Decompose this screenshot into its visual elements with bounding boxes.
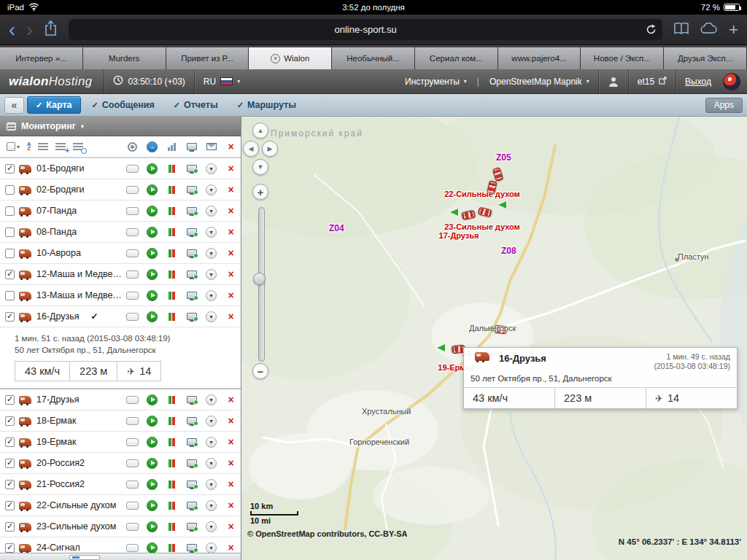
unit-row[interactable]: 18-Ермак ▾ × — [0, 411, 241, 432]
monitor-icon[interactable] — [187, 396, 197, 403]
remove-unit-button[interactable]: × — [228, 163, 233, 174]
unit-menu-button[interactable]: ▾ — [206, 416, 217, 427]
unit-visibility-checkbox[interactable] — [5, 395, 15, 405]
unit-menu-button[interactable]: ▾ — [206, 290, 217, 301]
bottom-panel-button[interactable] — [69, 555, 100, 560]
unit-visibility-checkbox[interactable] — [5, 480, 15, 489]
user-icon[interactable] — [598, 69, 628, 93]
monitor-icon[interactable] — [187, 313, 197, 320]
monitor-icon[interactable] — [187, 417, 197, 424]
unit-menu-button[interactable]: ▾ — [206, 269, 217, 280]
map-source-selector[interactable]: OpenStreetMap Mapnik ▾ — [481, 69, 598, 93]
remove-unit-button[interactable]: × — [228, 269, 233, 279]
unit-menu-button[interactable]: ▾ — [206, 437, 217, 448]
monitor-icon[interactable] — [187, 292, 197, 299]
unit-visibility-checkbox[interactable] — [5, 459, 15, 468]
zoom-in-button[interactable]: + — [252, 184, 268, 200]
unit-visibility-checkbox[interactable] — [5, 270, 15, 279]
remove-unit-button[interactable]: × — [228, 500, 233, 510]
unit-row[interactable]: 20-Россия2 ▾ × — [0, 453, 241, 474]
pan-right-button[interactable]: ▶ — [262, 141, 278, 157]
unit-visibility-checkbox[interactable] — [5, 291, 15, 300]
share-button[interactable] — [44, 20, 58, 39]
state-pill-icon[interactable] — [126, 396, 139, 404]
collapse-sidebar-button[interactable]: « — [4, 97, 24, 114]
watch-units-icon[interactable] — [73, 143, 83, 151]
remove-unit-button[interactable]: × — [228, 227, 233, 237]
unit-row[interactable]: 10-Аврора ▾ × — [0, 243, 241, 264]
unit-menu-button[interactable]: ▾ — [206, 311, 217, 322]
monitor-icon[interactable] — [187, 228, 197, 236]
apps-button[interactable]: Apps — [705, 98, 743, 113]
sort-az-icon[interactable]: AZ — [27, 142, 31, 152]
monitor-icon[interactable] — [187, 207, 197, 214]
tab-routes[interactable]: ✓Маршруты — [229, 96, 304, 114]
unit-row[interactable]: 01-Бродяги ▾ × — [0, 158, 241, 179]
unit-visibility-checkbox[interactable] — [5, 438, 15, 447]
unit-menu-button[interactable]: ▾ — [206, 479, 217, 490]
state-pill-icon[interactable] — [126, 165, 139, 173]
unit-row[interactable]: 22-Сильные духом ▾ × — [0, 495, 241, 516]
remove-unit-button[interactable]: × — [228, 248, 233, 258]
unit-row[interactable]: 23-Сильные духом ▾ × — [0, 516, 241, 537]
remove-unit-button[interactable]: × — [228, 416, 233, 426]
browser-tab-active[interactable]: × Wialon — [249, 47, 332, 69]
pan-left-button[interactable]: ◀ — [243, 141, 259, 157]
browser-tab[interactable]: Новое / Эксп... — [581, 47, 664, 69]
unit-visibility-checkbox[interactable] — [5, 249, 15, 258]
remove-unit-button[interactable]: × — [228, 437, 233, 447]
url-bar[interactable]: online-sport.su — [69, 19, 662, 40]
unit-menu-button[interactable]: ▾ — [206, 227, 217, 238]
unit-menu-button[interactable]: ▾ — [206, 184, 217, 195]
monitor-icon[interactable] — [187, 459, 197, 467]
tab-reports[interactable]: ✓Отчеты — [166, 96, 226, 114]
remove-unit-button[interactable]: × — [228, 394, 233, 405]
monitoring-header[interactable]: Мониторинг ▾ — [0, 117, 241, 136]
messages-column-icon[interactable] — [206, 143, 217, 150]
unit-row[interactable]: 02-Бродяги ▾ × — [0, 179, 241, 201]
zoom-out-button[interactable]: − — [252, 363, 268, 379]
remove-unit-button[interactable]: × — [228, 458, 233, 468]
unit-row[interactable]: 07-Панда ▾ × — [0, 201, 241, 222]
monitor-icon[interactable] — [187, 481, 197, 488]
unit-visibility-checkbox[interactable] — [5, 164, 15, 174]
monitor-icon[interactable] — [187, 502, 197, 509]
unit-visibility-checkbox[interactable] — [5, 228, 15, 237]
unit-menu-button[interactable]: ▾ — [206, 500, 217, 511]
monitor-icon[interactable] — [187, 438, 197, 446]
icloud-tabs-button[interactable] — [700, 23, 718, 37]
new-tab-button[interactable]: + — [729, 22, 738, 38]
locate-column-icon[interactable] — [128, 142, 137, 152]
state-pill-icon[interactable] — [126, 544, 139, 552]
state-pill-icon[interactable] — [126, 502, 139, 510]
unit-row-selected[interactable]: 16-Друзья ✓ ▾ × — [0, 306, 241, 327]
browser-tab[interactable]: Друзья Эксп... — [664, 47, 747, 69]
clear-all-button[interactable]: × — [228, 141, 233, 152]
monitor-column-icon[interactable] — [187, 143, 197, 150]
remove-unit-button[interactable]: × — [228, 542, 233, 553]
unit-visibility-checkbox[interactable] — [5, 312, 15, 322]
state-pill-icon[interactable] — [126, 186, 139, 194]
unit-visibility-checkbox[interactable] — [5, 206, 15, 216]
forward-button[interactable]: › — [26, 16, 33, 44]
remove-unit-button[interactable]: × — [228, 311, 233, 322]
remove-unit-button[interactable]: × — [228, 184, 233, 195]
state-pill-icon[interactable] — [126, 292, 139, 300]
state-pill-icon[interactable] — [126, 459, 139, 467]
unit-menu-button[interactable]: ▾ — [206, 521, 217, 532]
browser-tab[interactable]: Интервер »... — [0, 47, 83, 69]
unit-row[interactable]: 19-Ермак ▾ × — [0, 432, 241, 453]
state-pill-icon[interactable] — [126, 417, 139, 425]
monitor-icon[interactable] — [187, 186, 197, 193]
logout-link[interactable]: Выход — [676, 69, 720, 93]
monitor-icon[interactable] — [187, 165, 197, 172]
tab-messages[interactable]: ✓Сообщения — [84, 96, 163, 114]
monitor-icon[interactable] — [187, 544, 197, 551]
data-column-icon[interactable] — [168, 143, 176, 151]
unit-visibility-checkbox[interactable] — [5, 522, 15, 532]
monitor-icon[interactable] — [187, 523, 197, 530]
add-unit-icon[interactable] — [55, 143, 66, 151]
bookmarks-button[interactable] — [673, 22, 689, 38]
unit-visibility-checkbox[interactable] — [5, 185, 15, 195]
unit-menu-button[interactable]: ▾ — [206, 248, 217, 259]
